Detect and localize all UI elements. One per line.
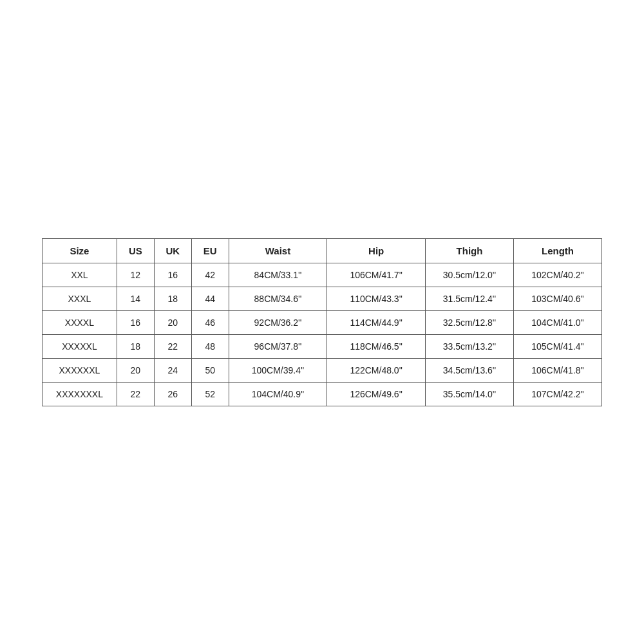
cell-hip: 110CM/43.3'' — [327, 287, 426, 310]
cell-thigh: 33.5cm/13.2'' — [426, 334, 514, 358]
header-uk: UK — [154, 238, 191, 263]
table-header-row: Size US UK EU Waist Hip Thigh Length — [43, 238, 602, 263]
cell-hip: 114CM/44.9'' — [327, 310, 426, 334]
cell-eu: 48 — [191, 334, 229, 358]
cell-eu: 42 — [191, 263, 229, 287]
header-length: Length — [513, 238, 601, 263]
cell-thigh: 35.5cm/14.0'' — [426, 382, 514, 406]
cell-waist: 96CM/37.8'' — [229, 334, 327, 358]
cell-size: XXL — [43, 263, 117, 287]
cell-uk: 26 — [154, 382, 191, 406]
cell-eu: 46 — [191, 310, 229, 334]
cell-length: 103CM/40.6'' — [513, 287, 601, 310]
cell-hip: 106CM/41.7'' — [327, 263, 426, 287]
cell-us: 18 — [117, 334, 154, 358]
cell-uk: 20 — [154, 310, 191, 334]
table-row: XXL12164284CM/33.1''106CM/41.7''30.5cm/1… — [43, 263, 602, 287]
cell-uk: 24 — [154, 358, 191, 382]
header-us: US — [117, 238, 154, 263]
cell-us: 20 — [117, 358, 154, 382]
cell-waist: 92CM/36.2'' — [229, 310, 327, 334]
cell-hip: 122CM/48.0'' — [327, 358, 426, 382]
cell-us: 16 — [117, 310, 154, 334]
cell-length: 104CM/41.0'' — [513, 310, 601, 334]
size-chart-table: Size US UK EU Waist Hip Thigh Length XXL… — [42, 238, 602, 406]
cell-eu: 44 — [191, 287, 229, 310]
header-thigh: Thigh — [426, 238, 514, 263]
cell-size: XXXXXXL — [43, 358, 117, 382]
cell-uk: 22 — [154, 334, 191, 358]
cell-eu: 50 — [191, 358, 229, 382]
cell-thigh: 32.5cm/12.8'' — [426, 310, 514, 334]
table-row: XXXXXL18224896CM/37.8''118CM/46.5''33.5c… — [43, 334, 602, 358]
header-eu: EU — [191, 238, 229, 263]
size-chart-container: Size US UK EU Waist Hip Thigh Length XXL… — [42, 238, 602, 406]
cell-thigh: 31.5cm/12.4'' — [426, 287, 514, 310]
cell-waist: 84CM/33.1'' — [229, 263, 327, 287]
cell-eu: 52 — [191, 382, 229, 406]
header-hip: Hip — [327, 238, 426, 263]
cell-size: XXXXXXXL — [43, 382, 117, 406]
header-size: Size — [43, 238, 117, 263]
cell-hip: 118CM/46.5'' — [327, 334, 426, 358]
cell-uk: 18 — [154, 287, 191, 310]
cell-length: 102CM/40.2'' — [513, 263, 601, 287]
table-row: XXXL14184488CM/34.6''110CM/43.3''31.5cm/… — [43, 287, 602, 310]
cell-thigh: 34.5cm/13.6'' — [426, 358, 514, 382]
cell-length: 107CM/42.2'' — [513, 382, 601, 406]
table-row: XXXXXXL202450100CM/39.4''122CM/48.0''34.… — [43, 358, 602, 382]
cell-uk: 16 — [154, 263, 191, 287]
cell-hip: 126CM/49.6'' — [327, 382, 426, 406]
header-waist: Waist — [229, 238, 327, 263]
cell-size: XXXL — [43, 287, 117, 310]
cell-us: 12 — [117, 263, 154, 287]
table-row: XXXXXXXL222652104CM/40.9''126CM/49.6''35… — [43, 382, 602, 406]
cell-us: 22 — [117, 382, 154, 406]
cell-size: XXXXXL — [43, 334, 117, 358]
cell-waist: 100CM/39.4'' — [229, 358, 327, 382]
cell-length: 105CM/41.4'' — [513, 334, 601, 358]
table-row: XXXXL16204692CM/36.2''114CM/44.9''32.5cm… — [43, 310, 602, 334]
cell-waist: 88CM/34.6'' — [229, 287, 327, 310]
cell-length: 106CM/41.8'' — [513, 358, 601, 382]
cell-waist: 104CM/40.9'' — [229, 382, 327, 406]
cell-size: XXXXL — [43, 310, 117, 334]
cell-thigh: 30.5cm/12.0'' — [426, 263, 514, 287]
cell-us: 14 — [117, 287, 154, 310]
